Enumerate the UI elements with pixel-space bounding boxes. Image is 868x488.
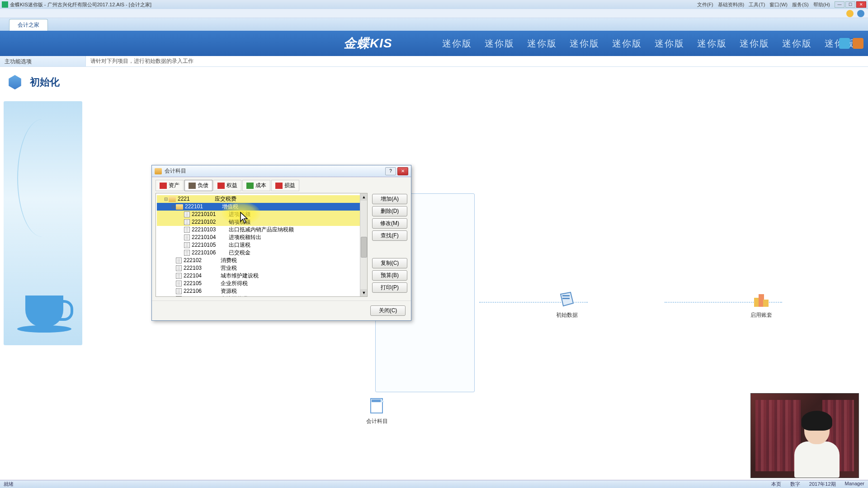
tab-asset[interactable]: 资产 <box>156 180 184 191</box>
tree-row[interactable]: 222107土地增值税 <box>157 295 366 297</box>
window-title-bar: 金蝶KIS迷你版 - 广州古兴化纤有限公司2017.12.AIS - [会计之家… <box>0 0 868 9</box>
menu-file[interactable]: 文件(F) <box>697 1 713 8</box>
folder-icon <box>169 197 176 202</box>
ledger-icon <box>751 291 771 309</box>
tree-row[interactable]: ⊟222101增值税 <box>157 203 366 211</box>
delete-button[interactable]: 删除(D) <box>372 206 407 216</box>
status-user: Manager <box>845 481 864 488</box>
cube-icon <box>5 73 25 91</box>
document-icon <box>176 273 182 279</box>
dialog-close-button[interactable]: ✕ <box>397 167 408 175</box>
status-period: 2017年12期 <box>809 481 836 488</box>
chart-icon <box>275 183 283 189</box>
module-header: 初始化 <box>0 67 86 98</box>
brand-logo: 金蝶KIS <box>344 35 392 52</box>
scroll-up-icon[interactable]: ▲ <box>360 193 368 201</box>
modify-button[interactable]: 修改(M) <box>372 218 407 229</box>
icon-accounting-subject[interactable]: 会计科目 <box>366 397 388 425</box>
accounting-subject-dialog: 会计科目 ? ✕ 资产 负债 权益 成本 损益 ⊟2221应交税费⊟222101… <box>151 165 411 321</box>
flag-icon <box>217 183 225 189</box>
banner-mini-label: 迷你版 <box>527 38 557 50</box>
menu-help[interactable]: 帮助(H) <box>813 1 830 8</box>
document-icon <box>176 288 182 294</box>
banner-mini-label: 迷你版 <box>782 38 812 50</box>
dialog-button-column: 增加(A) 删除(D) 修改(M) 查找(F) 复制(C) 预算(B) 打印(P… <box>372 193 407 297</box>
budget-button[interactable]: 预算(B) <box>372 270 407 281</box>
status-bar: 就绪 本页 数字 2017年12期 Manager <box>0 480 868 488</box>
scroll-down-icon[interactable]: ▼ <box>360 289 368 296</box>
dialog-help-button[interactable]: ? <box>385 167 396 175</box>
status-ready: 就绪 <box>4 481 14 488</box>
document-icon <box>184 250 190 256</box>
icon-enable-ledger[interactable]: 启用账套 <box>750 291 772 319</box>
window-title: 金蝶KIS迷你版 - 广州古兴化纤有限公司2017.12.AIS - [会计之家… <box>10 1 697 8</box>
icon-initial-data[interactable]: 初始数据 <box>556 291 578 319</box>
app-icon <box>2 1 8 8</box>
document-icon <box>176 296 182 297</box>
workspace-tabs: 会计之家 <box>0 18 868 31</box>
globe-icon[interactable] <box>839 38 850 49</box>
decorative-panel <box>4 101 82 345</box>
function-panel-label: 主功能选项 <box>0 56 86 66</box>
minimize-button[interactable]: — <box>835 1 844 8</box>
tree-row[interactable]: 222105企业所得税 <box>157 280 366 287</box>
scroll-thumb[interactable] <box>361 237 367 258</box>
tree-row[interactable]: 222106资源税 <box>157 287 366 295</box>
dialog-title: 会计科目 <box>165 167 384 175</box>
print-button[interactable]: 打印(P) <box>372 282 407 293</box>
find-button[interactable]: 查找(F) <box>372 230 407 241</box>
tab-cost[interactable]: 成本 <box>242 180 270 191</box>
module-title: 初始化 <box>30 75 60 89</box>
banner-mini-label: 迷你版 <box>442 38 472 50</box>
menu-tools[interactable]: 工具(T) <box>749 1 765 8</box>
status-num: 数字 <box>790 481 800 488</box>
document-icon <box>184 242 190 248</box>
tab-profitloss[interactable]: 损益 <box>271 180 299 191</box>
tree-row[interactable]: 222103营业税 <box>157 264 366 272</box>
maximize-button[interactable]: ☐ <box>845 1 855 8</box>
tree-row[interactable]: 222104城市维护建设税 <box>157 272 366 280</box>
banner-mini-label: 迷你版 <box>697 38 727 50</box>
keyboard-icon <box>189 183 196 189</box>
close-button[interactable]: ✕ <box>856 1 866 8</box>
info-row: 主功能选项 请针对下列项目，进行初始数据的录入工作 <box>0 56 868 67</box>
money-icon <box>246 183 254 189</box>
dialog-title-bar[interactable]: 会计科目 ? ✕ <box>152 165 411 177</box>
add-button[interactable]: 增加(A) <box>372 194 407 204</box>
tab-equity[interactable]: 权益 <box>213 180 241 191</box>
document-icon <box>557 291 577 309</box>
folder-icon <box>176 204 183 210</box>
banner-mini-label: 迷你版 <box>655 38 684 50</box>
tab-liability[interactable]: 负债 <box>184 180 212 191</box>
tree-row[interactable]: 22210103出口抵减内销产品应纳税额 <box>157 226 366 234</box>
document-icon <box>176 265 182 271</box>
menu-basedata[interactable]: 基础资料(B) <box>718 1 745 8</box>
menu-window[interactable]: 窗口(W) <box>769 1 788 8</box>
hint-text: 请针对下列项目，进行初始数据的录入工作 <box>86 57 193 65</box>
banner-mini-label: 迷你版 <box>612 38 642 50</box>
document-icon <box>184 235 190 240</box>
tree-row[interactable]: 22210101进项税额 <box>157 211 366 218</box>
tree-scrollbar[interactable]: ▲ ▼ <box>360 193 367 296</box>
brand-banner: 金蝶KIS 迷你版迷你版迷你版迷你版迷你版迷你版迷你版迷你版迷你版迷你版 <box>0 31 868 56</box>
banner-mini-label: 迷你版 <box>485 38 514 50</box>
forum-icon[interactable] <box>853 38 863 49</box>
tab-home[interactable]: 会计之家 <box>9 19 48 31</box>
close-dialog-button[interactable]: 关闭(C) <box>370 305 406 316</box>
tree-row[interactable]: 22210104进项税额转出 <box>157 234 366 241</box>
tree-row[interactable]: 222102消费税 <box>157 257 366 264</box>
tree-row[interactable]: ⊟2221应交税费 <box>157 195 366 203</box>
mdi-title-bar <box>0 9 868 18</box>
svg-rect-3 <box>562 298 570 299</box>
tree-row[interactable]: 22210102销项税额 <box>157 218 366 226</box>
info-icon[interactable] <box>857 10 864 17</box>
subject-tree[interactable]: ⊟2221应交税费⊟222101增值税22210101进项税额22210102销… <box>156 193 368 297</box>
document-icon <box>176 281 182 286</box>
copy-button[interactable]: 复制(C) <box>372 258 407 268</box>
sidebar: 初始化 <box>0 67 86 480</box>
smile-icon[interactable] <box>846 10 854 17</box>
tree-row[interactable]: 22210106已交税金 <box>157 249 366 257</box>
document-icon <box>184 211 190 217</box>
menu-service[interactable]: 服务(S) <box>792 1 809 8</box>
tree-row[interactable]: 22210105出口退税 <box>157 241 366 249</box>
